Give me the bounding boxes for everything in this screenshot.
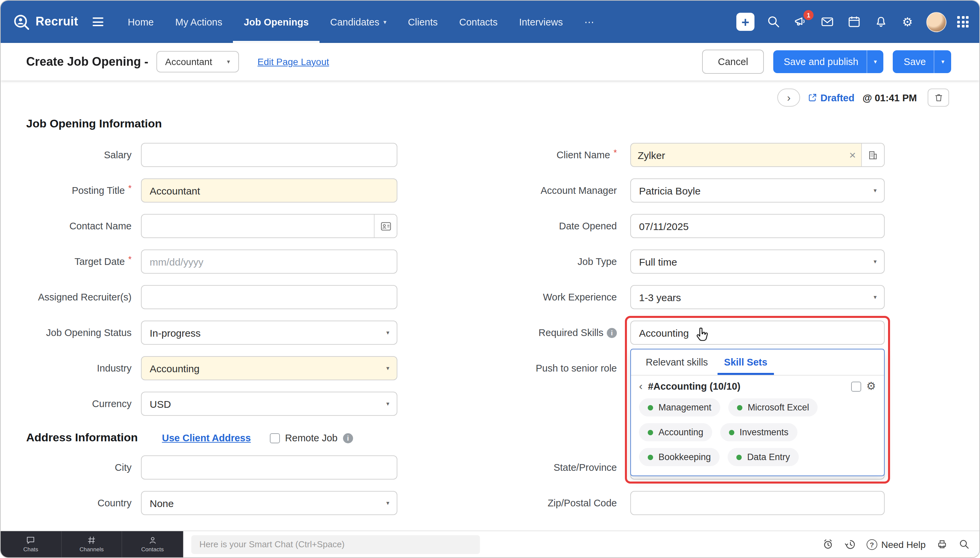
- save-and-publish-button[interactable]: Save and publish ▾: [773, 50, 884, 73]
- required-skills-field: Accounting Relevant skills Skill Sets ‹: [630, 320, 884, 345]
- nav-item-more[interactable]: ⋯: [573, 1, 605, 43]
- industry-select[interactable]: Accounting▾: [141, 356, 397, 380]
- skill-chip-microsoft-excel[interactable]: Microsoft Excel: [728, 399, 818, 417]
- zoom-search-icon[interactable]: [959, 538, 970, 550]
- chevron-down-icon: ▾: [874, 258, 877, 265]
- target-date-input[interactable]: [141, 249, 397, 274]
- nav-item-my-actions[interactable]: My Actions: [165, 1, 233, 43]
- nav-item-clients[interactable]: Clients: [397, 1, 449, 43]
- search-icon[interactable]: [765, 14, 781, 30]
- layout-selector[interactable]: Accountant ▾: [156, 51, 239, 72]
- smart-chat-input[interactable]: [191, 535, 480, 554]
- menu-toggle-icon[interactable]: [93, 18, 104, 26]
- page-header: Create Job Opening - Accountant ▾ Edit P…: [1, 43, 979, 80]
- remote-job-toggle[interactable]: Remote Job i: [270, 433, 353, 443]
- clear-client-icon[interactable]: ×: [844, 149, 861, 161]
- date-opened-label: Date Opened: [516, 221, 617, 231]
- select-all-checkbox[interactable]: [851, 381, 861, 391]
- info-icon[interactable]: i: [607, 328, 617, 338]
- tab-skill-sets[interactable]: Skill Sets: [717, 350, 774, 375]
- bell-icon[interactable]: [873, 14, 889, 30]
- skill-chip-accounting[interactable]: Accounting: [639, 423, 712, 441]
- contact-card-icon: [380, 221, 391, 231]
- dock-contacts-button[interactable]: Contacts: [122, 531, 183, 557]
- zip-label: Zip/Postal Code: [516, 497, 617, 508]
- chevron-down-icon: ▾: [384, 18, 387, 25]
- zip-input[interactable]: [630, 491, 884, 515]
- save-button[interactable]: Save ▾: [893, 50, 951, 73]
- chevron-down-icon[interactable]: ▾: [935, 52, 951, 71]
- contact-name-input[interactable]: [142, 215, 374, 238]
- info-icon[interactable]: i: [343, 433, 353, 443]
- chat-dock: Chats Channels Contacts: [1, 531, 183, 557]
- salary-input[interactable]: [141, 143, 397, 167]
- skill-chip-investments[interactable]: Investments: [720, 423, 797, 441]
- quick-create-button[interactable]: +: [736, 13, 754, 31]
- chevron-down-icon: ▾: [874, 294, 877, 300]
- use-client-address-link[interactable]: Use Client Address: [162, 433, 251, 443]
- chevron-down-icon: ▾: [386, 329, 389, 336]
- currency-select[interactable]: USD▾: [141, 392, 397, 416]
- skill-chip-bookkeeping[interactable]: Bookkeeping: [639, 448, 720, 466]
- chevron-down-icon: ▾: [386, 500, 389, 506]
- mail-icon[interactable]: [819, 14, 835, 30]
- footer-tools: ? Need Help: [822, 538, 979, 550]
- app-window: Recruit Home My Actions Job Openings Can…: [0, 0, 980, 558]
- drafted-link[interactable]: Drafted: [808, 92, 855, 103]
- dock-channels-button[interactable]: Channels: [61, 531, 122, 557]
- job-opening-status-select[interactable]: In-progress▾: [141, 320, 397, 345]
- history-icon[interactable]: [845, 538, 856, 550]
- announcements-icon[interactable]: 1: [792, 14, 808, 30]
- contact-name-field: [141, 214, 397, 238]
- nav-item-contacts[interactable]: Contacts: [448, 1, 508, 43]
- nav-item-home[interactable]: Home: [117, 1, 165, 43]
- person-icon: [148, 536, 157, 545]
- draft-time: @ 01:41 PM: [863, 92, 917, 103]
- apps-grid-icon[interactable]: [957, 16, 968, 28]
- reminder-clock-icon[interactable]: [822, 538, 834, 550]
- nav-item-candidates[interactable]: Candidates▾: [320, 1, 397, 43]
- edit-page-layout-link[interactable]: Edit Page Layout: [257, 56, 329, 67]
- industry-label: Industry: [18, 363, 132, 374]
- city-input[interactable]: [141, 455, 397, 479]
- brand[interactable]: Recruit: [13, 13, 78, 31]
- chevron-down-icon[interactable]: ▾: [867, 52, 884, 71]
- cancel-button[interactable]: Cancel: [702, 50, 764, 74]
- remote-job-checkbox[interactable]: [270, 433, 280, 443]
- calendar-icon[interactable]: [846, 14, 862, 30]
- assigned-recruiters-label: Assigned Recruiter(s): [18, 292, 132, 302]
- group-settings-icon[interactable]: ⚙: [866, 381, 876, 392]
- chevron-left-icon[interactable]: ‹: [639, 381, 643, 392]
- nav-item-job-openings[interactable]: Job Openings: [233, 1, 319, 43]
- contact-lookup-button[interactable]: [374, 215, 397, 238]
- page-title: Create Job Opening -: [26, 55, 148, 69]
- salary-label: Salary: [18, 149, 132, 160]
- account-manager-select[interactable]: Patricia Boyle▾: [630, 179, 884, 202]
- posting-title-input[interactable]: [141, 179, 397, 202]
- work-experience-select[interactable]: 1-3 years▾: [630, 285, 884, 309]
- skill-chip-data-entry[interactable]: Data Entry: [728, 448, 799, 466]
- nav-item-interviews[interactable]: Interviews: [509, 1, 574, 43]
- assigned-recruiters-input[interactable]: [141, 285, 397, 309]
- need-help-button[interactable]: ? Need Help: [866, 539, 926, 550]
- section-title-address: Address Information: [26, 431, 138, 445]
- green-dot-icon: [729, 430, 734, 435]
- country-select[interactable]: None▾: [141, 491, 397, 515]
- tab-relevant-skills[interactable]: Relevant skills: [639, 350, 715, 375]
- job-info-form: Salary Posting Title* Contact Name: [1, 131, 979, 427]
- client-name-input[interactable]: [631, 143, 844, 166]
- client-lookup-button[interactable]: [861, 143, 884, 166]
- avatar[interactable]: [926, 12, 947, 32]
- delete-draft-button[interactable]: [927, 89, 949, 107]
- dock-chats-button[interactable]: Chats: [1, 531, 61, 557]
- trash-icon: [933, 93, 944, 103]
- required-skills-input[interactable]: Accounting: [630, 320, 884, 345]
- print-icon[interactable]: [936, 538, 948, 550]
- collapse-panel-button[interactable]: ›: [777, 89, 800, 107]
- skill-chip-management[interactable]: Management: [639, 399, 720, 417]
- draft-status-bar: › Drafted @ 01:41 PM: [1, 80, 979, 107]
- top-navbar: Recruit Home My Actions Job Openings Can…: [1, 1, 979, 43]
- date-opened-input[interactable]: [630, 214, 884, 238]
- gear-icon[interactable]: ⚙: [899, 14, 916, 30]
- job-type-select[interactable]: Full time▾: [630, 249, 884, 274]
